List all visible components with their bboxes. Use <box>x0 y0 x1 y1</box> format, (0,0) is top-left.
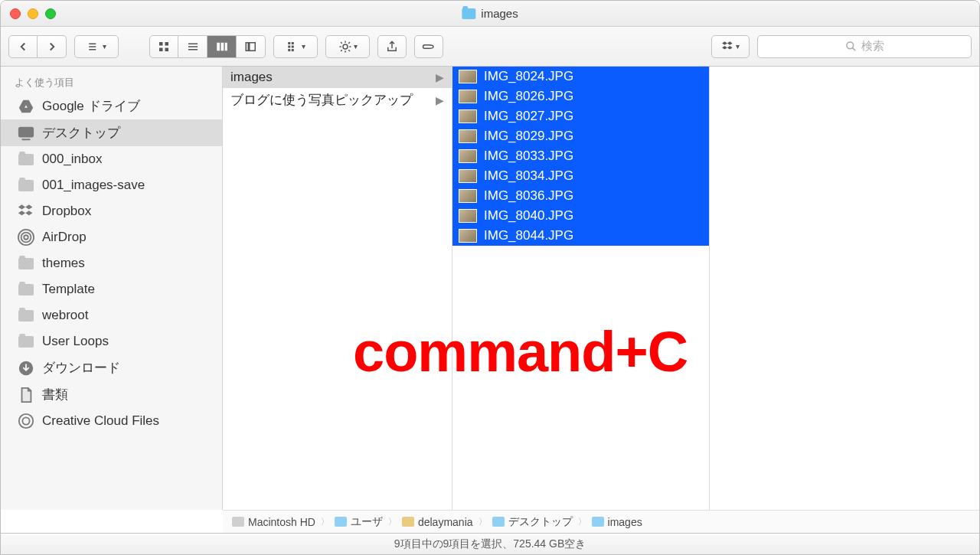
file-item-1[interactable]: IMG_8026.JPG <box>452 87 709 106</box>
sidebar-item-7[interactable]: Template <box>1 276 222 302</box>
thumbnail-icon <box>459 209 477 223</box>
svg-point-27 <box>21 233 31 243</box>
body: よく使う項目 Google ドライブデスクトップ000_inbox001_ima… <box>1 67 979 510</box>
action-button[interactable]: ▾ <box>325 35 370 58</box>
folder-item-1[interactable]: ブログに使う写真ピックアップ▶ <box>223 88 452 112</box>
cc-icon <box>18 413 34 429</box>
tags-button[interactable] <box>414 35 443 58</box>
sidebar-item-label: Creative Cloud Files <box>42 413 159 429</box>
path-segment-2[interactable]: delaymania <box>402 516 473 528</box>
traffic-lights <box>10 8 56 19</box>
file-item-6[interactable]: IMG_8036.JPG <box>452 186 709 206</box>
gallery-view-button[interactable] <box>237 35 266 58</box>
thumbnail-icon <box>459 90 477 103</box>
sidebar-item-10[interactable]: ダウンロード <box>1 354 222 381</box>
folder-icon <box>462 8 475 19</box>
chevron-right-icon: ▶ <box>436 94 444 106</box>
chevron-right-icon: ▶ <box>436 71 444 83</box>
file-name: IMG_8033.JPG <box>484 149 573 164</box>
sidebar-item-label: Dropbox <box>42 204 91 219</box>
status-bar: 9項目中の9項目を選択、725.44 GB空き <box>1 533 979 554</box>
sidebar-item-9[interactable]: User Loops <box>1 328 222 354</box>
path-bar[interactable]: Macintosh HD〉ユーザ〉delaymania〉デスクトップ〉image… <box>223 510 979 533</box>
path-icon <box>232 517 244 527</box>
svg-rect-12 <box>224 42 227 51</box>
sidebar-item-6[interactable]: themes <box>1 250 222 276</box>
svg-rect-14 <box>249 42 255 51</box>
sidebar-item-2[interactable]: 000_inbox <box>1 146 222 172</box>
svg-rect-16 <box>288 45 290 47</box>
folder-label: images <box>230 70 273 85</box>
file-item-4[interactable]: IMG_8033.JPG <box>452 146 709 166</box>
list-view-button[interactable] <box>178 35 207 58</box>
close-button[interactable] <box>10 8 21 19</box>
svg-rect-15 <box>288 42 290 44</box>
sidebar-item-3[interactable]: 001_images-save <box>1 172 222 198</box>
sidebar-item-0[interactable]: Google ドライブ <box>1 93 222 119</box>
minimize-button[interactable] <box>28 8 38 19</box>
file-item-5[interactable]: IMG_8034.JPG <box>452 166 709 186</box>
sidebar-item-5[interactable]: AirDrop <box>1 224 222 250</box>
sidebar-item-8[interactable]: webroot <box>1 302 222 328</box>
svg-rect-18 <box>291 42 293 44</box>
sidebar-item-11[interactable]: 書類 <box>1 381 222 408</box>
sidebar-item-label: 001_images-save <box>42 178 145 193</box>
file-name: IMG_8044.JPG <box>484 228 573 243</box>
dropbox-icon <box>18 203 34 220</box>
svg-point-21 <box>343 44 348 49</box>
column-1[interactable]: images▶ブログに使う写真ピックアップ▶ <box>223 67 452 510</box>
toolbar: ▾ ▾ ▾ ▾ 検索 <box>1 27 979 67</box>
path-segment-3[interactable]: デスクトップ <box>492 515 573 529</box>
file-item-3[interactable]: IMG_8029.JPG <box>452 126 709 146</box>
column-2[interactable]: IMG_8024.JPGIMG_8026.JPGIMG_8027.JPGIMG_… <box>452 67 710 510</box>
thumbnail-icon <box>459 149 477 163</box>
sidebar: よく使う項目 Google ドライブデスクトップ000_inbox001_ima… <box>1 67 223 510</box>
finder-window: images ▾ ▾ ▾ <box>0 0 980 555</box>
search-input[interactable]: 検索 <box>757 35 972 58</box>
file-item-0[interactable]: IMG_8024.JPG <box>452 67 709 87</box>
folder-label: ブログに使う写真ピックアップ <box>230 91 413 109</box>
thumbnail-icon <box>459 169 477 183</box>
forward-button[interactable] <box>38 35 67 58</box>
folder-item-0[interactable]: images▶ <box>223 67 452 88</box>
file-item-8[interactable]: IMG_8044.JPG <box>452 226 709 246</box>
dropbox-toolbar-button[interactable]: ▾ <box>711 35 750 58</box>
sidebar-item-1[interactable]: デスクトップ <box>1 119 222 146</box>
path-icon <box>592 517 604 527</box>
sidebar-section-label: よく使う項目 <box>1 71 222 93</box>
file-item-7[interactable]: IMG_8040.JPG <box>452 206 709 226</box>
icon-view-button[interactable] <box>149 35 178 58</box>
column-view-button[interactable] <box>207 35 237 58</box>
path-segment-0[interactable]: Macintosh HD <box>232 516 315 528</box>
file-item-2[interactable]: IMG_8027.JPG <box>452 106 709 126</box>
chevron-right-icon: 〉 <box>388 516 397 527</box>
maximize-button[interactable] <box>45 8 56 19</box>
svg-rect-4 <box>165 42 169 46</box>
view-buttons <box>149 35 266 58</box>
sidebar-item-4[interactable]: Dropbox <box>1 198 222 224</box>
thumbnail-icon <box>459 189 477 203</box>
arrange-button[interactable]: ▾ <box>273 35 318 58</box>
sidebar-item-label: 書類 <box>42 386 68 403</box>
sidebar-item-label: themes <box>42 256 85 271</box>
chevron-right-icon: 〉 <box>479 516 487 527</box>
svg-rect-11 <box>220 42 224 51</box>
path-segment-4[interactable]: images <box>592 516 642 528</box>
document-icon <box>18 387 34 403</box>
file-name: IMG_8036.JPG <box>484 188 573 204</box>
sidebar-menu-button[interactable]: ▾ <box>74 35 119 58</box>
thumbnail-icon <box>459 129 477 143</box>
file-name: IMG_8034.JPG <box>484 168 573 184</box>
search-placeholder: 検索 <box>861 39 884 54</box>
airdrop-icon <box>18 229 34 246</box>
share-button[interactable] <box>377 35 407 58</box>
nav-buttons <box>8 35 67 58</box>
sidebar-item-12[interactable]: Creative Cloud Files <box>1 408 222 434</box>
search-icon <box>845 41 857 52</box>
sidebar-item-label: webroot <box>42 308 88 323</box>
file-name: IMG_8029.JPG <box>484 129 573 144</box>
svg-rect-6 <box>165 47 169 51</box>
back-button[interactable] <box>8 35 38 58</box>
title-text: images <box>481 7 518 20</box>
path-segment-1[interactable]: ユーザ <box>335 515 383 529</box>
